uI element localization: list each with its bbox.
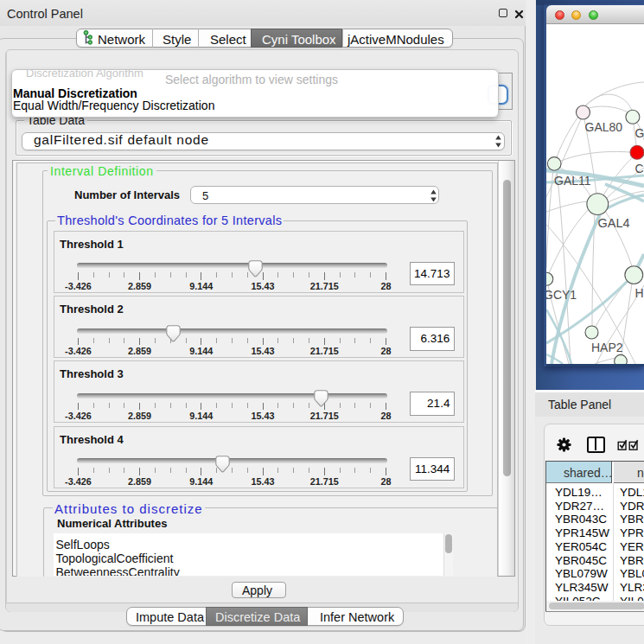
- svg-text:GAL11: GAL11: [554, 174, 591, 188]
- svg-text:GCY1: GCY1: [546, 288, 577, 302]
- svg-text:HAP2: HAP2: [591, 341, 623, 354]
- svg-text:G.: G.: [635, 126, 644, 140]
- svg-text:GAL4: GAL4: [598, 216, 630, 230]
- svg-text:C: C: [635, 162, 644, 175]
- svg-text:GAL80: GAL80: [585, 120, 623, 134]
- svg-text:H: H: [635, 286, 644, 300]
